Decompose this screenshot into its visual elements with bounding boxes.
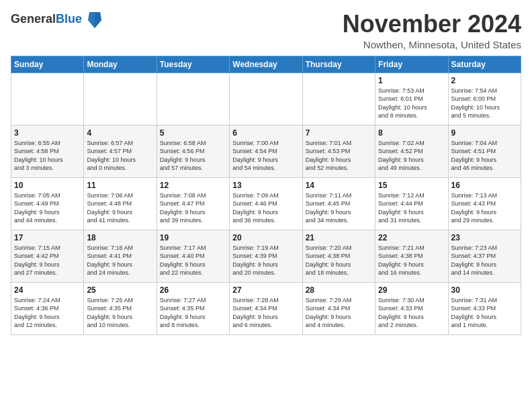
location-title: Nowthen, Minnesota, United States (343, 39, 521, 50)
cell-2-4: 14Sunrise: 7:11 AM Sunset: 4:45 PM Dayli… (302, 177, 375, 230)
week-row-5: 24Sunrise: 7:24 AM Sunset: 4:36 PM Dayli… (11, 282, 521, 334)
day-number: 3 (14, 128, 81, 138)
cell-1-2: 5Sunrise: 6:58 AM Sunset: 4:56 PM Daylig… (157, 125, 229, 177)
day-number: 21 (306, 233, 372, 242)
day-info: Sunrise: 7:17 AM Sunset: 4:40 PM Dayligh… (160, 244, 226, 277)
week-row-3: 10Sunrise: 7:05 AM Sunset: 4:49 PM Dayli… (11, 177, 521, 230)
day-number: 27 (232, 285, 299, 295)
day-info: Sunrise: 7:15 AM Sunset: 4:42 PM Dayligh… (14, 244, 81, 277)
day-info: Sunrise: 7:04 AM Sunset: 4:51 PM Dayligh… (451, 139, 518, 173)
day-info: Sunrise: 7:08 AM Sunset: 4:47 PM Dayligh… (160, 191, 226, 225)
cell-2-5: 15Sunrise: 7:12 AM Sunset: 4:44 PM Dayli… (375, 177, 448, 230)
day-info: Sunrise: 7:23 AM Sunset: 4:37 PM Dayligh… (451, 244, 518, 277)
col-wednesday: Wednesday (230, 56, 302, 73)
cell-1-4: 7Sunrise: 7:01 AM Sunset: 4:53 PM Daylig… (302, 125, 375, 177)
day-info: Sunrise: 7:11 AM Sunset: 4:45 PM Dayligh… (306, 191, 372, 225)
day-number: 1 (378, 76, 445, 85)
week-row-1: 1Sunrise: 7:53 AM Sunset: 6:01 PM Daylig… (11, 73, 521, 125)
col-tuesday: Tuesday (157, 56, 229, 73)
cell-3-6: 23Sunrise: 7:23 AM Sunset: 4:37 PM Dayli… (448, 230, 521, 282)
cell-3-4: 21Sunrise: 7:20 AM Sunset: 4:38 PM Dayli… (302, 230, 375, 282)
col-sunday: Sunday (11, 56, 84, 73)
header: GeneralBlue November 2024 Nowthen, Minne… (11, 11, 521, 50)
cell-1-5: 8Sunrise: 7:02 AM Sunset: 4:52 PM Daylig… (375, 125, 448, 177)
day-info: Sunrise: 7:30 AM Sunset: 4:33 PM Dayligh… (378, 296, 445, 330)
day-number: 4 (87, 128, 153, 138)
col-thursday: Thursday (302, 56, 375, 73)
cell-0-1 (84, 73, 157, 125)
day-number: 2 (451, 76, 518, 85)
cell-0-5: 1Sunrise: 7:53 AM Sunset: 6:01 PM Daylig… (375, 73, 448, 125)
cell-4-4: 28Sunrise: 7:29 AM Sunset: 4:34 PM Dayli… (302, 282, 375, 334)
month-title: November 2024 (343, 11, 521, 38)
cell-1-6: 9Sunrise: 7:04 AM Sunset: 4:51 PM Daylig… (448, 125, 521, 177)
cell-2-0: 10Sunrise: 7:05 AM Sunset: 4:49 PM Dayli… (11, 177, 84, 230)
logo-icon (87, 11, 103, 30)
page: GeneralBlue November 2024 Nowthen, Minne… (0, 0, 532, 342)
cell-1-1: 4Sunrise: 6:57 AM Sunset: 4:57 PM Daylig… (84, 125, 157, 177)
day-info: Sunrise: 7:29 AM Sunset: 4:34 PM Dayligh… (306, 296, 372, 330)
day-number: 16 (451, 181, 518, 190)
cell-4-1: 25Sunrise: 7:25 AM Sunset: 4:35 PM Dayli… (84, 282, 157, 334)
day-number: 30 (451, 285, 518, 295)
logo-blue: Blue (56, 12, 82, 26)
day-info: Sunrise: 7:24 AM Sunset: 4:36 PM Dayligh… (14, 296, 81, 330)
day-number: 15 (378, 181, 445, 190)
calendar-header-row: Sunday Monday Tuesday Wednesday Thursday… (11, 56, 521, 73)
cell-3-5: 22Sunrise: 7:21 AM Sunset: 4:38 PM Dayli… (375, 230, 448, 282)
cell-2-2: 12Sunrise: 7:08 AM Sunset: 4:47 PM Dayli… (157, 177, 229, 230)
day-number: 25 (87, 285, 153, 295)
day-info: Sunrise: 6:57 AM Sunset: 4:57 PM Dayligh… (87, 139, 153, 173)
day-info: Sunrise: 7:20 AM Sunset: 4:38 PM Dayligh… (306, 244, 372, 277)
day-number: 20 (232, 233, 299, 242)
day-number: 23 (451, 233, 518, 242)
calendar-table: Sunday Monday Tuesday Wednesday Thursday… (11, 56, 521, 335)
cell-0-3 (230, 73, 302, 125)
day-info: Sunrise: 7:02 AM Sunset: 4:52 PM Dayligh… (378, 139, 445, 173)
week-row-4: 17Sunrise: 7:15 AM Sunset: 4:42 PM Dayli… (11, 230, 521, 282)
cell-0-2 (157, 73, 229, 125)
day-number: 11 (87, 181, 153, 190)
cell-3-2: 19Sunrise: 7:17 AM Sunset: 4:40 PM Dayli… (157, 230, 229, 282)
logo-general: General (11, 12, 56, 26)
day-number: 10 (14, 181, 81, 190)
day-number: 14 (306, 181, 372, 190)
day-number: 22 (378, 233, 445, 242)
day-number: 26 (160, 285, 226, 295)
cell-0-6: 2Sunrise: 7:54 AM Sunset: 6:00 PM Daylig… (448, 73, 521, 125)
day-info: Sunrise: 7:00 AM Sunset: 4:54 PM Dayligh… (232, 139, 299, 173)
cell-4-0: 24Sunrise: 7:24 AM Sunset: 4:36 PM Dayli… (11, 282, 84, 334)
col-friday: Friday (375, 56, 448, 73)
day-number: 7 (306, 128, 372, 138)
week-row-2: 3Sunrise: 6:55 AM Sunset: 4:58 PM Daylig… (11, 125, 521, 177)
col-saturday: Saturday (448, 56, 521, 73)
day-info: Sunrise: 7:53 AM Sunset: 6:01 PM Dayligh… (378, 87, 445, 120)
cell-2-1: 11Sunrise: 7:06 AM Sunset: 4:48 PM Dayli… (84, 177, 157, 230)
cell-4-3: 27Sunrise: 7:28 AM Sunset: 4:34 PM Dayli… (230, 282, 302, 334)
cell-0-0 (11, 73, 84, 125)
cell-2-6: 16Sunrise: 7:13 AM Sunset: 4:43 PM Dayli… (448, 177, 521, 230)
day-info: Sunrise: 7:01 AM Sunset: 4:53 PM Dayligh… (306, 139, 372, 173)
day-info: Sunrise: 7:16 AM Sunset: 4:41 PM Dayligh… (87, 244, 153, 277)
svg-marker-1 (95, 12, 101, 28)
day-number: 8 (378, 128, 445, 138)
day-info: Sunrise: 7:06 AM Sunset: 4:48 PM Dayligh… (87, 191, 153, 225)
day-number: 5 (160, 128, 226, 138)
cell-2-3: 13Sunrise: 7:09 AM Sunset: 4:46 PM Dayli… (230, 177, 302, 230)
day-info: Sunrise: 7:13 AM Sunset: 4:43 PM Dayligh… (451, 191, 518, 225)
cell-4-2: 26Sunrise: 7:27 AM Sunset: 4:35 PM Dayli… (157, 282, 229, 334)
day-number: 9 (451, 128, 518, 138)
title-block: November 2024 Nowthen, Minnesota, United… (343, 11, 521, 50)
cell-1-0: 3Sunrise: 6:55 AM Sunset: 4:58 PM Daylig… (11, 125, 84, 177)
day-info: Sunrise: 7:54 AM Sunset: 6:00 PM Dayligh… (451, 87, 518, 120)
day-info: Sunrise: 7:09 AM Sunset: 4:46 PM Dayligh… (232, 191, 299, 225)
cell-3-3: 20Sunrise: 7:19 AM Sunset: 4:39 PM Dayli… (230, 230, 302, 282)
day-number: 18 (87, 233, 153, 242)
day-number: 17 (14, 233, 81, 242)
day-info: Sunrise: 7:05 AM Sunset: 4:49 PM Dayligh… (14, 191, 81, 225)
day-info: Sunrise: 7:21 AM Sunset: 4:38 PM Dayligh… (378, 244, 445, 277)
day-info: Sunrise: 6:58 AM Sunset: 4:56 PM Dayligh… (160, 139, 226, 173)
day-number: 13 (232, 181, 299, 190)
cell-3-1: 18Sunrise: 7:16 AM Sunset: 4:41 PM Dayli… (84, 230, 157, 282)
day-info: Sunrise: 7:12 AM Sunset: 4:44 PM Dayligh… (378, 191, 445, 225)
